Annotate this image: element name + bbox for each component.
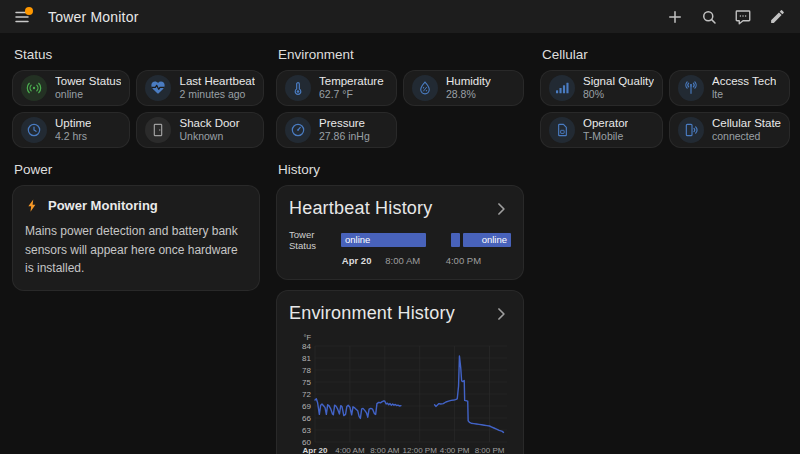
app-header: Tower Monitor [0,0,800,33]
door-icon [145,117,171,143]
timeline-row: Tower Status onlineonline [289,229,511,251]
add-button[interactable] [664,6,686,28]
access-point-icon [21,75,47,101]
section-title-cellular: Cellular [542,47,786,62]
header-actions [664,6,788,28]
temperature-line-chart[interactable]: 848178757269666360°FApr 204:00 AM8:00 AM… [289,334,511,454]
tile-last-heartbeat[interactable]: Last Heartbeat 2 minutes ago [136,70,263,106]
tile-title: Temperature [319,74,384,88]
tile-uptime[interactable]: Uptime 4.2 hrs [12,112,130,148]
assist-icon [734,8,752,26]
sidebar-menu-button[interactable] [8,5,36,29]
y-axis-label: 66 [302,414,311,423]
section-title-status: Status [14,47,258,62]
tile-text: Last Heartbeat 2 minutes ago [179,74,254,102]
tile-title: Shack Door [179,116,239,130]
tile-text: Pressure 27.86 inHg [319,116,370,144]
tile-state: 62.7 °F [319,88,384,102]
heartbeat-detail-button[interactable] [491,199,511,219]
tile-signal-quality[interactable]: Signal Quality 80% [540,70,663,106]
column-status-power: Status Tower Status online [12,39,260,454]
y-axis-label: 78 [302,366,311,375]
tile-text: Shack Door Unknown [179,116,239,144]
tile-shack-door[interactable]: Shack Door Unknown [136,112,263,148]
tile-title: Signal Quality [583,74,654,88]
phone-wave-icon [678,117,704,143]
tile-text: Operator T-Mobile [583,116,628,144]
timeline-axis-label: 4:00 PM [446,255,481,266]
tile-state: online [55,88,121,102]
environment-tile-grid: Temperature 62.7 °F Humidity 28.8% [276,70,524,148]
tile-state: 28.8% [446,88,491,102]
signal-bars-icon [549,75,575,101]
column-environment-history: Environment Temperature 62.7 °F [276,39,524,454]
water-percent-icon [412,75,438,101]
tile-state: 2 minutes ago [179,88,254,102]
clock-icon [21,117,47,143]
tile-state: lte [712,88,776,102]
tile-access-tech[interactable]: Access Tech lte [669,70,790,106]
tile-state: 4.2 hrs [55,130,91,144]
plus-icon [666,8,684,26]
tile-temperature[interactable]: Temperature 62.7 °F [276,70,397,106]
power-card-title: Power Monitoring [48,198,158,213]
tile-humidity[interactable]: Humidity 28.8% [403,70,524,106]
tile-state: 27.86 inHg [319,130,370,144]
tile-title: Operator [583,116,628,130]
y-axis-label: 75 [302,378,311,387]
tile-text: Tower Status online [55,74,121,102]
tile-text: Signal Quality 80% [583,74,654,102]
y-axis-label: 84 [302,342,311,351]
x-axis-label: 4:00 PM [440,446,470,454]
environment-card-header: Environment History [289,303,511,324]
heartbeat-card-title: Heartbeat History [289,198,432,219]
timeline-segment[interactable]: online [463,233,511,247]
y-axis-label: 63 [302,426,311,435]
tile-operator[interactable]: Operator T-Mobile [540,112,663,148]
tile-pressure[interactable]: Pressure 27.86 inHg [276,112,397,148]
tile-title: Pressure [319,116,370,130]
environment-detail-button[interactable] [491,304,511,324]
tile-text: Access Tech lte [712,74,776,102]
edit-dashboard-button[interactable] [766,6,788,28]
x-axis-label: 8:00 AM [370,446,400,454]
tile-text: Humidity 28.8% [446,74,491,102]
y-axis-label: 69 [302,402,311,411]
sim-card-icon [549,117,575,143]
timeline-axis-label: Apr 20 [342,255,372,266]
chevron-right-icon [491,304,511,324]
power-card-header: Power Monitoring [25,198,247,213]
tile-title: Cellular State [712,116,781,130]
tile-text: Temperature 62.7 °F [319,74,384,102]
column-cellular: Cellular Signal Quality 80% [540,39,788,454]
cellular-tile-grid: Signal Quality 80% Access Tech lte [540,70,788,148]
lightning-bolt-icon [25,198,40,213]
dashboard: Tower Monitor [0,0,800,454]
x-axis-label: 8:00 PM [475,446,505,454]
timeline-axis: Apr 208:00 AM4:00 PM [341,255,511,267]
gauge-icon [285,117,311,143]
y-axis-unit: °F [303,334,311,342]
section-title-power: Power [14,162,258,177]
timeline-bars[interactable]: onlineonline [341,233,511,247]
tile-state: Unknown [179,130,239,144]
assist-button[interactable] [732,6,754,28]
timeline-axis-label: 8:00 AM [385,255,420,266]
tile-title: Last Heartbeat [179,74,254,88]
tile-title: Humidity [446,74,491,88]
timeline-segment[interactable]: online [341,233,426,247]
tile-text: Cellular State connected [712,116,781,144]
section-title-history: History [278,162,522,177]
search-icon [700,8,718,26]
dashboard-body: Status Tower Status online [0,33,800,454]
heartbeat-card-header: Heartbeat History [289,198,511,219]
search-button[interactable] [698,6,720,28]
environment-history-card: Environment History 848178757269666360°F… [276,290,524,454]
tile-state: connected [712,130,781,144]
tile-tower-status[interactable]: Tower Status online [12,70,130,106]
timeline-segment[interactable] [451,233,460,247]
tile-cellular-state[interactable]: Cellular State connected [669,112,790,148]
temperature-series-line [315,399,401,419]
power-monitoring-card: Power Monitoring Mains power detection a… [12,185,260,291]
x-axis-label: Apr 20 [303,446,328,454]
